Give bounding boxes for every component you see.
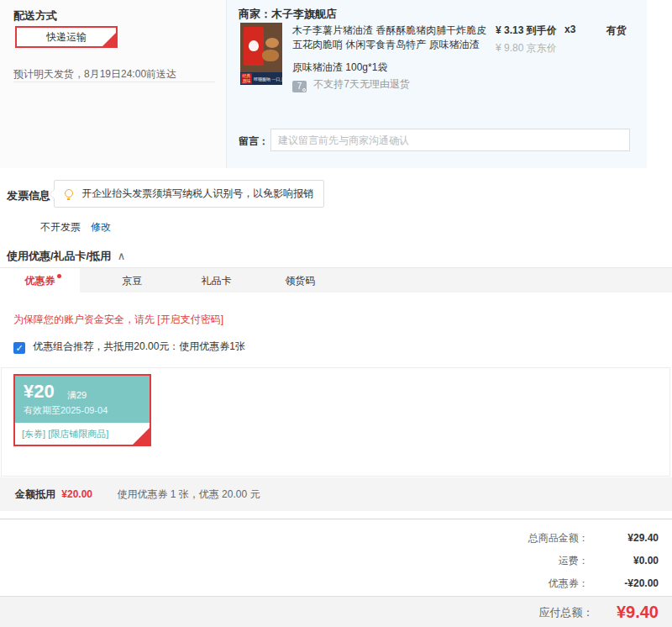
price-block: ¥ 3.13 到手价 ¥ 9.80 京东价 [496,24,596,55]
invoice-tooltip: 开企业抬头发票须填写纳税人识别号，以免影响报销 [54,180,324,208]
payable-label: 应付总额： [539,606,594,619]
summary-label: 金额抵用 [15,488,55,500]
return-policy-text: 不支持7天无理由退货 [313,78,410,90]
message-input[interactable] [270,129,630,151]
product-spec: 原味猪油渣 100g*1袋 [292,61,387,75]
product-image[interactable]: 经典原味 咔嘣脆响 一口上瘾 [240,23,282,85]
tab-jd-beans[interactable]: 京豆 [92,268,172,293]
stock-status: 有货 [606,24,627,38]
invoice-title: 发票信息 [7,188,50,203]
shipping-method-label: 快递运输 [46,31,87,43]
pork-crackling-graphic [265,38,279,48]
enable-pay-password-link[interactable]: [开启支付密码] [157,314,223,325]
quantity: x3 [564,24,575,35]
product-image-slogan: 咔嘣脆响 一口上瘾 [254,76,282,82]
selected-corner [102,33,116,46]
coupon-tags: [东券] [限店铺限商品] [15,423,150,445]
tab-coupon[interactable]: 优惠券 [0,268,80,293]
product-image-banner: 经典原味 咔嘣脆响 一口上瘾 [240,72,282,85]
delivery-panel: 配送方式 快递运输 ✓ 预计明天发货，8月19日24:00前送达 [0,0,227,168]
coupon-validity: 有效期至2025-09-04 [24,404,108,417]
coupon-amount: ¥20 [24,381,55,403]
total-row-coupon: 优惠券： -¥20.00 [0,572,672,595]
discount-title: 使用优惠/礼品卡/抵用 [7,250,111,262]
payable-amount: ¥9.40 [617,603,659,621]
tooltip-arrow [50,189,55,199]
return-policy-row: 7 不支持7天无理由退货 [292,77,410,92]
collapse-arrow-icon: ∧ [118,250,126,262]
total-row-goods: 总商品金额： ¥29.40 [0,527,672,550]
tab-pickup-code[interactable]: 领货码 [260,268,340,293]
payable-bar: 应付总额： ¥9.40 [0,596,672,627]
security-warning: 为保障您的账户资金安全，请先 [开启支付密码] [13,313,223,327]
product-title-line1: 木子李薯片猪油渣 香酥酥脆猪肉脯干炸脆皮 [292,24,494,38]
price-current: ¥ 3.13 到手价 [496,24,596,38]
coupon-card[interactable]: ¥20 满29 有效期至2025-09-04 [东券] [限店铺限商品] ✓ [13,374,151,446]
lightbulb-icon [65,189,73,198]
divider [0,519,672,519]
invoice-modify-link[interactable]: 修改 [91,220,111,234]
price-original: ¥ 9.80 京东价 [496,41,596,55]
order-top-section: 配送方式 快递运输 ✓ 预计明天发货，8月19日24:00前送达 商家：木子李旗… [0,0,672,168]
invoice-current-option: 不开发票 [40,220,81,234]
slash-circle-icon [302,88,306,92]
merchant-panel: 商家：木子李旗舰店 经典原味 咔嘣脆响 一口上瘾 木子李薯片猪油渣 香酥酥脆猪肉… [227,0,647,168]
selected-corner [133,428,150,445]
tab-gift-card[interactable]: 礼品卡 [176,268,256,293]
delivery-title: 配送方式 [13,8,57,24]
summary-amount: ¥20.00 [61,488,92,500]
discount-section-header[interactable]: 使用优惠/礼品卡/抵用 ∧ [7,249,125,264]
combo-recommend-row: ✓ 优惠组合推荐，共抵用20.00元：使用优惠券1张 [13,340,245,354]
coupon-list-panel: ¥20 满29 有效期至2025-09-04 [东券] [限店铺限商品] ✓ [1,367,670,477]
shipping-method-button[interactable]: 快递运输 ✓ [15,26,118,48]
pig-graphic [249,40,259,51]
check-icon: ✓ [141,452,149,461]
message-label: 留言： [239,134,269,149]
merchant-name: 商家：木子李旗舰店 [239,7,337,22]
check-icon: ✓ [15,343,23,353]
coupon-summary-bar: 金额抵用 ¥20.00 使用优惠券 1 张，优惠 20.00 元 [0,477,672,511]
totals-section: 总商品金额： ¥29.40 运费： ¥0.00 优惠券： -¥20.00 [0,527,672,595]
total-row-shipping: 运费： ¥0.00 [0,550,672,572]
combo-label: 优惠组合推荐，共抵用20.00元：使用优惠券1张 [33,340,245,352]
payable-inner: 应付总额： ¥9.40 [539,597,659,627]
product-title[interactable]: 木子李薯片猪油渣 香酥酥脆猪肉脯干炸脆皮 五花肉脆哨 休闲零食青岛特产 原味猪油… [292,24,494,52]
pork-crackling-graphic [262,50,279,61]
divider [13,82,215,82]
combo-checkbox[interactable]: ✓ [13,342,25,354]
product-image-badge: 经典原味 [241,73,252,84]
invoice-section: 发票信息 开企业抬头发票须填写纳税人识别号，以免影响报销 不开发票 修改 [0,178,672,244]
no-7day-return-icon: 7 [292,81,307,92]
delivery-estimate: 预计明天发货，8月19日24:00前送达 [13,67,176,82]
invoice-tip-text: 开企业抬头发票须填写纳税人识别号，以免影响报销 [81,187,313,199]
tab-red-dot [57,274,61,278]
product-package-graphic [244,27,264,66]
coupon-condition: 满29 [67,389,87,402]
discount-tabbar: 优惠券 京豆 礼品卡 领货码 [0,267,672,292]
summary-detail: 使用优惠券 1 张，优惠 20.00 元 [117,488,260,500]
security-warning-text: 为保障您的账户资金安全，请先 [13,314,157,325]
product-title-line2: 五花肉脆哨 休闲零食青岛特产 原味猪油渣 [292,38,494,52]
